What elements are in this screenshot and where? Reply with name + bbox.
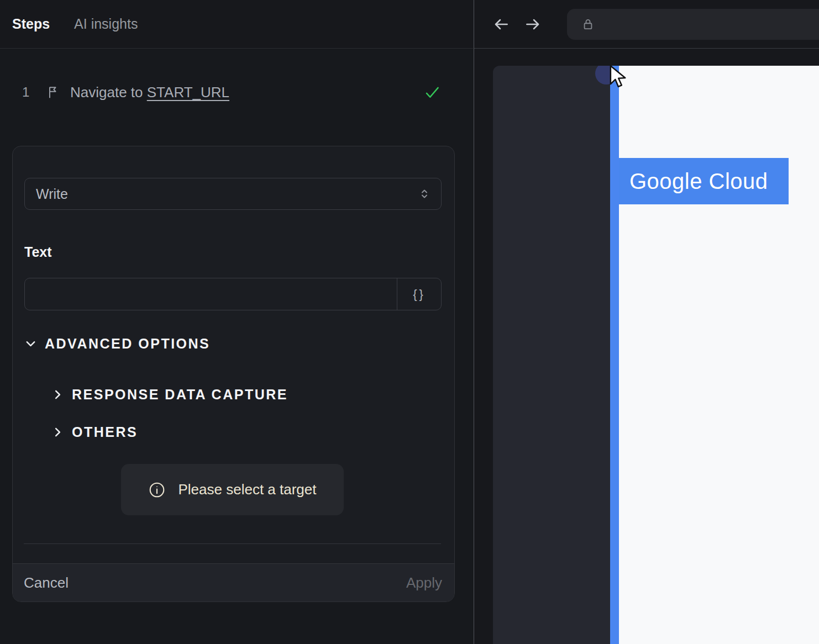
google-cloud-label: Google Cloud	[629, 169, 768, 194]
step-editor-pane: Steps AI insights 1 Navigate to START_UR…	[0, 0, 473, 644]
start-url-link: START_URL	[147, 84, 229, 101]
selection-highlight-strip[interactable]	[610, 66, 619, 644]
site-page-content: Google Cloud	[619, 66, 819, 644]
response-data-capture-label: RESPONSE DATA CAPTURE	[72, 387, 288, 403]
tab-ai-insights[interactable]: AI insights	[74, 16, 138, 32]
action-select[interactable]: Write	[24, 178, 442, 210]
lock-icon	[580, 17, 596, 32]
others-label: OTHERS	[72, 424, 138, 440]
step-label[interactable]: Navigate to START_URL	[70, 84, 229, 101]
chevron-right-icon	[51, 426, 64, 439]
insert-variable-button[interactable]: {}	[397, 278, 441, 310]
tab-bar: Steps AI insights	[0, 0, 473, 49]
text-input[interactable]	[25, 278, 397, 310]
step-row[interactable]: 1 Navigate to START_URL	[0, 77, 473, 107]
info-circle-icon	[148, 481, 166, 499]
site-sidebar-panel	[493, 66, 610, 644]
action-select-value: Write	[36, 186, 418, 202]
tab-steps[interactable]: Steps	[12, 16, 50, 32]
google-cloud-banner[interactable]: Google Cloud	[619, 158, 789, 204]
footer-divider	[24, 543, 441, 544]
step-number: 1	[22, 85, 30, 100]
flag-icon	[46, 85, 61, 99]
step-config-card: Write Text {} ADVANCED OPTIONS	[12, 146, 455, 602]
apply-button[interactable]: Apply	[406, 574, 442, 592]
others-toggle[interactable]: OTHERS	[51, 424, 138, 440]
advanced-options-toggle[interactable]: ADVANCED OPTIONS	[24, 336, 210, 352]
arrow-right-icon[interactable]	[524, 15, 542, 33]
green-check-icon	[424, 84, 440, 101]
select-target-text: Please select a target	[178, 481, 316, 498]
browser-viewport: Google Cloud	[475, 49, 819, 644]
advanced-options-label: ADVANCED OPTIONS	[45, 336, 210, 352]
response-data-capture-toggle[interactable]: RESPONSE DATA CAPTURE	[51, 387, 288, 403]
browser-preview-pane: Google Cloud	[474, 0, 819, 644]
card-footer: Cancel Apply	[13, 563, 454, 601]
text-field-label: Text	[24, 244, 52, 260]
chevron-right-icon	[51, 388, 64, 401]
text-input-group: {}	[24, 278, 442, 310]
chevrons-up-down-icon	[418, 187, 431, 200]
url-bar[interactable]	[567, 9, 819, 40]
arrow-left-icon[interactable]	[492, 15, 510, 33]
chevron-down-icon	[24, 337, 37, 350]
cancel-button[interactable]: Cancel	[24, 574, 69, 592]
browser-toolbar	[474, 0, 819, 49]
select-target-notice: Please select a target	[121, 464, 344, 515]
